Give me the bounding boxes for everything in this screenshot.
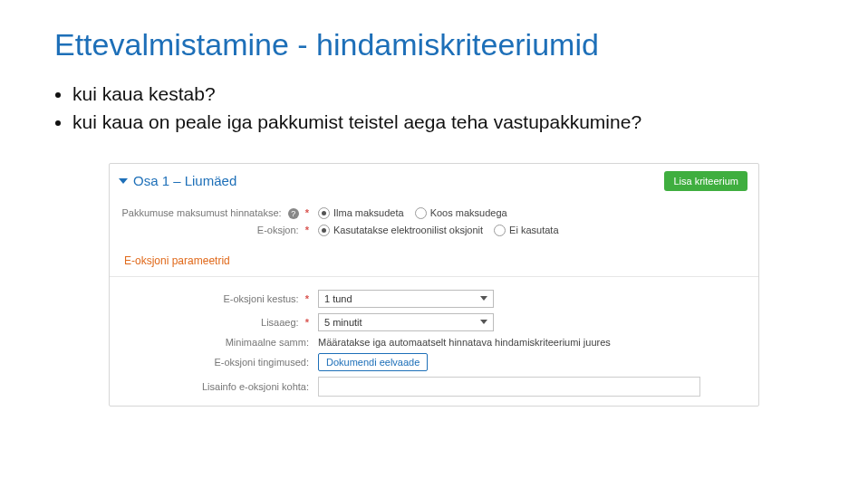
section-title-text: Osa 1 – Liumäed [133, 173, 236, 188]
label-text: Lisaaeg: [261, 317, 299, 328]
row-extra-time: Lisaaeg: * 5 minutit [119, 313, 749, 331]
radio-label: Koos maksudega [430, 207, 507, 218]
value-extra-time: 5 minutit [318, 313, 749, 331]
bullet-list: kui kaua kestab? kui kaua on peale iga p… [72, 81, 814, 136]
caret-down-icon [480, 296, 487, 301]
label-min-step: Minimaalne samm: [119, 337, 318, 348]
required-marker: * [305, 293, 309, 304]
radio-use-eauction[interactable]: Kasutatakse elektroonilist oksjonit [318, 225, 483, 236]
radio-icon [415, 207, 427, 219]
extra-info-input[interactable] [318, 377, 700, 397]
value-eauction: Kasutatakse elektroonilist oksjonit Ei k… [318, 225, 749, 236]
radio-without-tax[interactable]: Ilma maksudeta [318, 207, 404, 219]
slide: Ettevalmistamine - hindamiskriteeriumid … [0, 0, 868, 488]
row-terms: E-oksjoni tingimused: Dokumendi eelvaade [119, 353, 749, 371]
panel-title[interactable]: Osa 1 – Liumäed [119, 173, 236, 188]
value-terms: Dokumendi eelvaade [318, 353, 749, 371]
value-price-evaluation: Ilma maksudeta Koos maksudega [318, 207, 749, 219]
bullet-item: kui kaua on peale iga pakkumist teistel … [72, 109, 814, 135]
label-text: E-oksjoni kestus: [224, 293, 299, 304]
row-price-evaluation: Pakkumuse maksumust hinnatakse: ? * Ilma… [119, 207, 749, 219]
min-step-text: Määratakse iga automaatselt hinnatava hi… [318, 337, 611, 348]
radio-with-tax[interactable]: Koos maksudega [415, 207, 507, 219]
duration-select[interactable]: 1 tund [318, 290, 494, 308]
value-duration: 1 tund [318, 290, 749, 308]
radio-icon [318, 207, 330, 219]
value-extra-info [318, 377, 749, 397]
label-extra-time: Lisaaeg: * [119, 317, 318, 328]
add-criterion-button[interactable]: Lisa kriteerium [664, 171, 747, 191]
radio-icon [318, 225, 330, 236]
required-marker: * [305, 317, 309, 328]
bullet-item: kui kaua kestab? [72, 81, 814, 107]
extra-time-select[interactable]: 5 minutit [318, 313, 494, 331]
slide-title: Ettevalmistamine - hindamiskriteeriumid [54, 27, 814, 62]
radio-label: Ilma maksudeta [333, 207, 404, 218]
radio-label: Kasutatakse elektroonilist oksjonit [333, 225, 483, 235]
help-icon[interactable]: ? [288, 208, 299, 219]
label-price-evaluation: Pakkumuse maksumust hinnatakse: ? * [119, 207, 318, 219]
row-duration: E-oksjoni kestus: * 1 tund [119, 290, 749, 308]
label-terms: E-oksjoni tingimused: [119, 357, 318, 368]
radio-label: Ei kasutata [509, 225, 558, 235]
radio-no-eauction[interactable]: Ei kasutata [494, 225, 558, 236]
row-min-step: Minimaalne samm: Määratakse iga automaat… [119, 337, 749, 348]
select-value: 5 minutit [324, 317, 362, 328]
label-duration: E-oksjoni kestus: * [119, 293, 318, 304]
required-marker: * [305, 225, 309, 235]
form-top-rows: Pakkumuse maksumust hinnatakse: ? * Ilma… [110, 195, 758, 245]
radio-icon [494, 225, 506, 236]
document-preview-button[interactable]: Dokumendi eelvaade [318, 353, 428, 371]
label-text: E-oksjon: [257, 225, 299, 235]
label-extra-info: Lisainfo e-oksjoni kohta: [119, 381, 318, 392]
label-text: Pakkumuse maksumust hinnatakse: [122, 207, 282, 218]
caret-down-icon [480, 320, 487, 324]
row-extra-info: Lisainfo e-oksjoni kohta: [119, 377, 749, 397]
row-eauction: E-oksjon: * Kasutatakse elektroonilist o… [119, 225, 749, 236]
label-eauction: E-oksjon: * [119, 225, 318, 235]
panel-header: Osa 1 – Liumäed Lisa kriteerium [110, 164, 758, 195]
value-min-step: Määratakse iga automaatselt hinnatava hi… [318, 337, 749, 348]
form-param-rows: E-oksjoni kestus: * 1 tund Lisaaeg: * [110, 277, 758, 406]
params-subheader: E-oksjoni parameetrid [110, 245, 758, 271]
select-value: 1 tund [324, 293, 352, 304]
criteria-panel: Osa 1 – Liumäed Lisa kriteerium Pakkumus… [109, 163, 759, 407]
chevron-down-icon [119, 178, 128, 184]
required-marker: * [305, 207, 309, 218]
